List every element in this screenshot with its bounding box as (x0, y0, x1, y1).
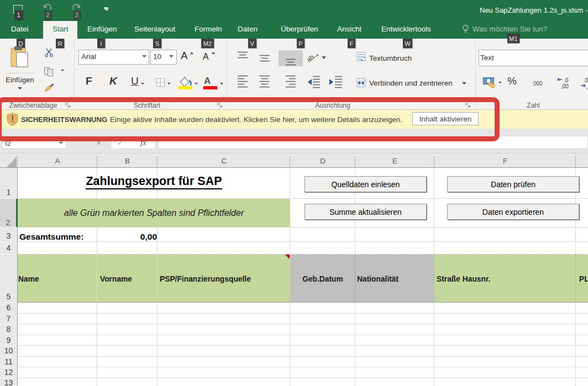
svg-text:ab: ab (305, 53, 316, 64)
svg-text:.0: .0 (564, 77, 569, 83)
svg-text:,: , (586, 83, 587, 89)
svg-text:.0: .0 (584, 77, 588, 83)
svg-text:,00: ,00 (561, 83, 569, 89)
